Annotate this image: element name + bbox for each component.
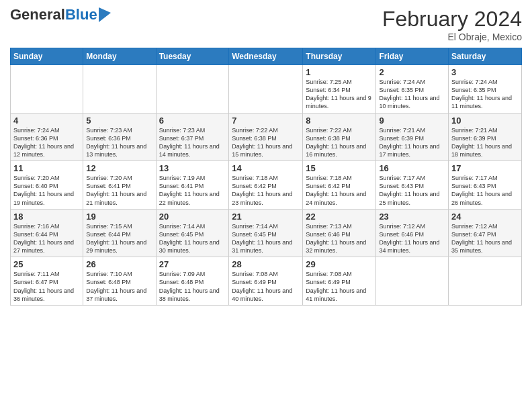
day-info: Sunrise: 7:09 AMSunset: 6:48 PMDaylight:… bbox=[159, 270, 226, 303]
day-number: 8 bbox=[306, 116, 373, 126]
calendar-cell: 15Sunrise: 7:18 AMSunset: 6:42 PMDayligh… bbox=[303, 161, 376, 210]
day-number: 15 bbox=[306, 163, 373, 173]
day-info: Sunrise: 7:20 AMSunset: 6:41 PMDaylight:… bbox=[86, 174, 152, 207]
day-info: Sunrise: 7:21 AMSunset: 6:39 PMDaylight:… bbox=[451, 126, 519, 159]
day-number: 5 bbox=[86, 116, 152, 126]
day-number: 13 bbox=[159, 163, 226, 173]
month-year: February 2024 bbox=[382, 7, 522, 32]
calendar-cell bbox=[229, 65, 303, 113]
day-number: 18 bbox=[13, 212, 80, 222]
svg-marker-0 bbox=[99, 7, 111, 22]
calendar-header: Sunday Monday Tuesday Wednesday Thursday… bbox=[11, 48, 522, 65]
day-number: 11 bbox=[13, 163, 80, 173]
day-info: Sunrise: 7:24 AMSunset: 6:35 PMDaylight:… bbox=[379, 78, 445, 111]
day-number: 17 bbox=[451, 163, 519, 173]
calendar-cell: 17Sunrise: 7:17 AMSunset: 6:43 PMDayligh… bbox=[449, 161, 522, 210]
day-info: Sunrise: 7:11 AMSunset: 6:47 PMDaylight:… bbox=[13, 270, 80, 303]
week-row-1: 1Sunrise: 7:25 AMSunset: 6:34 PMDaylight… bbox=[11, 65, 522, 113]
calendar-cell: 20Sunrise: 7:14 AMSunset: 6:45 PMDayligh… bbox=[156, 209, 229, 257]
logo-icon bbox=[99, 7, 111, 22]
day-number: 10 bbox=[451, 116, 519, 126]
calendar-cell bbox=[11, 65, 83, 113]
day-number: 22 bbox=[306, 212, 373, 222]
calendar-cell: 3Sunrise: 7:24 AMSunset: 6:35 PMDaylight… bbox=[449, 65, 522, 113]
day-info: Sunrise: 7:23 AMSunset: 6:36 PMDaylight:… bbox=[86, 126, 152, 159]
day-number: 23 bbox=[379, 212, 445, 222]
calendar-cell: 9Sunrise: 7:21 AMSunset: 6:39 PMDaylight… bbox=[376, 113, 449, 161]
day-info: Sunrise: 7:21 AMSunset: 6:39 PMDaylight:… bbox=[379, 126, 445, 159]
day-info: Sunrise: 7:12 AMSunset: 6:47 PMDaylight:… bbox=[451, 222, 519, 255]
day-info: Sunrise: 7:22 AMSunset: 6:38 PMDaylight:… bbox=[232, 126, 300, 159]
calendar-cell: 12Sunrise: 7:20 AMSunset: 6:41 PMDayligh… bbox=[83, 161, 156, 210]
day-info: Sunrise: 7:18 AMSunset: 6:42 PMDaylight:… bbox=[232, 174, 300, 207]
day-number: 28 bbox=[232, 259, 300, 269]
logo-blue-text: Blue bbox=[65, 6, 97, 23]
day-number: 24 bbox=[451, 212, 519, 222]
day-number: 25 bbox=[13, 259, 80, 269]
calendar-cell: 23Sunrise: 7:12 AMSunset: 6:46 PMDayligh… bbox=[376, 209, 449, 257]
day-number: 7 bbox=[232, 116, 300, 126]
calendar-cell bbox=[449, 257, 522, 306]
calendar-cell: 10Sunrise: 7:21 AMSunset: 6:39 PMDayligh… bbox=[449, 113, 522, 161]
day-number: 19 bbox=[86, 212, 152, 222]
day-number: 6 bbox=[159, 116, 226, 126]
calendar-cell: 5Sunrise: 7:23 AMSunset: 6:36 PMDaylight… bbox=[83, 113, 156, 161]
calendar-cell: 25Sunrise: 7:11 AMSunset: 6:47 PMDayligh… bbox=[11, 257, 83, 306]
calendar-cell: 24Sunrise: 7:12 AMSunset: 6:47 PMDayligh… bbox=[449, 209, 522, 257]
col-saturday: Saturday bbox=[449, 48, 522, 65]
calendar-cell: 18Sunrise: 7:16 AMSunset: 6:44 PMDayligh… bbox=[11, 209, 83, 257]
day-info: Sunrise: 7:08 AMSunset: 6:49 PMDaylight:… bbox=[306, 270, 373, 303]
header-row: Sunday Monday Tuesday Wednesday Thursday… bbox=[11, 48, 522, 65]
day-info: Sunrise: 7:24 AMSunset: 6:35 PMDaylight:… bbox=[451, 78, 519, 111]
day-info: Sunrise: 7:20 AMSunset: 6:40 PMDaylight:… bbox=[13, 174, 80, 207]
col-sunday: Sunday bbox=[11, 48, 83, 65]
day-number: 20 bbox=[159, 212, 226, 222]
calendar-cell: 2Sunrise: 7:24 AMSunset: 6:35 PMDaylight… bbox=[376, 65, 449, 113]
day-info: Sunrise: 7:18 AMSunset: 6:42 PMDaylight:… bbox=[306, 174, 373, 207]
day-number: 2 bbox=[379, 67, 445, 77]
col-tuesday: Tuesday bbox=[156, 48, 229, 65]
logo-general-text: General bbox=[10, 6, 65, 23]
title-section: February 2024 El Obraje, Mexico bbox=[382, 7, 522, 42]
calendar-cell: 19Sunrise: 7:15 AMSunset: 6:44 PMDayligh… bbox=[83, 209, 156, 257]
week-row-3: 11Sunrise: 7:20 AMSunset: 6:40 PMDayligh… bbox=[11, 161, 522, 210]
calendar-cell: 29Sunrise: 7:08 AMSunset: 6:49 PMDayligh… bbox=[303, 257, 376, 306]
calendar-cell: 6Sunrise: 7:23 AMSunset: 6:37 PMDaylight… bbox=[156, 113, 229, 161]
day-number: 26 bbox=[86, 259, 152, 269]
day-info: Sunrise: 7:08 AMSunset: 6:49 PMDaylight:… bbox=[232, 270, 300, 303]
calendar-cell: 21Sunrise: 7:14 AMSunset: 6:45 PMDayligh… bbox=[229, 209, 303, 257]
week-row-2: 4Sunrise: 7:24 AMSunset: 6:36 PMDaylight… bbox=[11, 113, 522, 161]
day-number: 16 bbox=[379, 163, 445, 173]
day-number: 9 bbox=[379, 116, 445, 126]
calendar-cell: 7Sunrise: 7:22 AMSunset: 6:38 PMDaylight… bbox=[229, 113, 303, 161]
calendar-cell: 16Sunrise: 7:17 AMSunset: 6:43 PMDayligh… bbox=[376, 161, 449, 210]
page: GeneralBlue February 2024 El Obraje, Mex… bbox=[0, 0, 532, 411]
calendar-cell bbox=[156, 65, 229, 113]
day-info: Sunrise: 7:24 AMSunset: 6:36 PMDaylight:… bbox=[13, 126, 80, 159]
col-monday: Monday bbox=[83, 48, 156, 65]
calendar-cell: 8Sunrise: 7:22 AMSunset: 6:38 PMDaylight… bbox=[303, 113, 376, 161]
calendar-cell: 28Sunrise: 7:08 AMSunset: 6:49 PMDayligh… bbox=[229, 257, 303, 306]
day-number: 21 bbox=[232, 212, 300, 222]
calendar-cell bbox=[376, 257, 449, 306]
calendar-cell: 13Sunrise: 7:19 AMSunset: 6:41 PMDayligh… bbox=[156, 161, 229, 210]
calendar-cell: 27Sunrise: 7:09 AMSunset: 6:48 PMDayligh… bbox=[156, 257, 229, 306]
day-info: Sunrise: 7:25 AMSunset: 6:34 PMDaylight:… bbox=[306, 78, 373, 111]
day-number: 14 bbox=[232, 163, 300, 173]
col-thursday: Thursday bbox=[303, 48, 376, 65]
calendar-cell: 26Sunrise: 7:10 AMSunset: 6:48 PMDayligh… bbox=[83, 257, 156, 306]
col-friday: Friday bbox=[376, 48, 449, 65]
day-info: Sunrise: 7:10 AMSunset: 6:48 PMDaylight:… bbox=[86, 270, 152, 303]
calendar-cell: 14Sunrise: 7:18 AMSunset: 6:42 PMDayligh… bbox=[229, 161, 303, 210]
header: GeneralBlue February 2024 El Obraje, Mex… bbox=[10, 7, 522, 42]
day-info: Sunrise: 7:23 AMSunset: 6:37 PMDaylight:… bbox=[159, 126, 226, 159]
day-info: Sunrise: 7:13 AMSunset: 6:46 PMDaylight:… bbox=[306, 222, 373, 255]
day-info: Sunrise: 7:19 AMSunset: 6:41 PMDaylight:… bbox=[159, 174, 226, 207]
calendar-cell: 1Sunrise: 7:25 AMSunset: 6:34 PMDaylight… bbox=[303, 65, 376, 113]
day-info: Sunrise: 7:15 AMSunset: 6:44 PMDaylight:… bbox=[86, 222, 152, 255]
day-number: 3 bbox=[451, 67, 519, 77]
day-number: 4 bbox=[13, 116, 80, 126]
day-info: Sunrise: 7:17 AMSunset: 6:43 PMDaylight:… bbox=[379, 174, 445, 207]
logo: GeneralBlue bbox=[10, 7, 111, 23]
calendar-body: 1Sunrise: 7:25 AMSunset: 6:34 PMDaylight… bbox=[11, 65, 522, 306]
